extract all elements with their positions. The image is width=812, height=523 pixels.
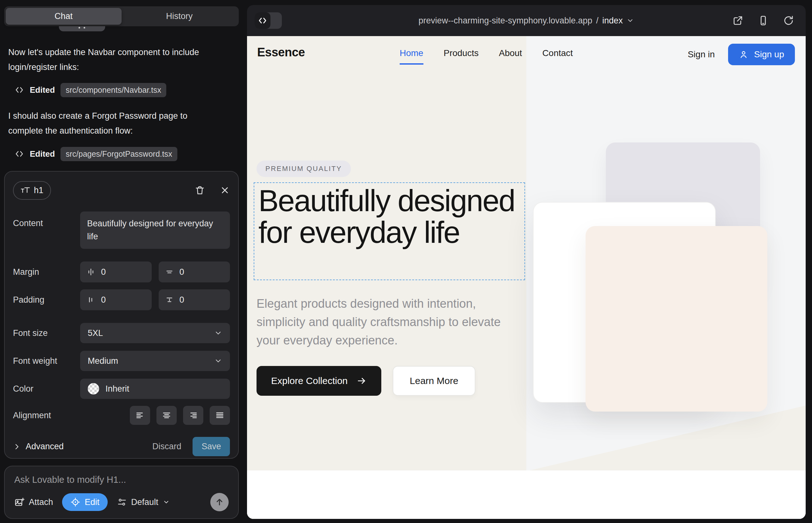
open-external-button[interactable] — [732, 15, 744, 26]
preview-topbar: preview--charming-site-symphony.lovable.… — [247, 5, 806, 36]
chevron-right-icon — [13, 443, 21, 451]
tab-chat[interactable]: Chat — [6, 8, 122, 25]
padding-vertical-icon — [165, 295, 174, 304]
element-editor-panel: h1 Content Beautifully designed for ever… — [4, 171, 239, 459]
site-navbar: Essence Home Products About Contact Sign… — [247, 36, 806, 73]
padding-label: Padding — [13, 295, 80, 305]
chevron-down-icon — [626, 17, 634, 24]
tab-history[interactable]: History — [122, 8, 237, 25]
nav-link-about[interactable]: About — [499, 48, 522, 65]
edit-mode-pill[interactable]: Edit — [62, 493, 108, 511]
hero-heading[interactable]: Beautifully designed for everyday life — [259, 185, 525, 248]
learn-more-button[interactable]: Learn More — [393, 366, 475, 396]
nav-link-contact[interactable]: Contact — [542, 48, 573, 65]
margin-horizontal-input[interactable]: 0 — [80, 262, 152, 283]
preview-domain: preview--charming-site-symphony.lovable.… — [419, 16, 593, 26]
chat-history-tabbar: Chat History — [4, 6, 239, 26]
mobile-view-button[interactable] — [758, 15, 769, 26]
transparent-color-swatch — [88, 383, 99, 395]
edited-label: Edited — [30, 149, 55, 159]
preview-page: index — [602, 16, 623, 26]
chevron-down-icon — [214, 357, 222, 365]
padding-vertical-input[interactable]: 0 — [159, 289, 230, 310]
site-viewport: Essence Home Products About Contact Sign… — [247, 36, 806, 519]
target-icon — [70, 497, 81, 507]
user-icon — [739, 50, 748, 59]
edited-file-row: Edited src/components/Navbar.tsx — [15, 83, 166, 97]
code-icon — [15, 85, 24, 95]
color-label: Color — [13, 384, 80, 394]
alignment-label: Alignment — [13, 411, 80, 420]
send-button[interactable] — [210, 493, 229, 511]
selected-element-pill: h1 — [13, 181, 51, 200]
content-label: Content — [13, 212, 80, 228]
edited-label: Edited — [30, 85, 55, 95]
premium-quality-badge: PREMIUM QUALITY — [257, 161, 351, 177]
margin-label: Margin — [13, 267, 80, 277]
nav-link-home[interactable]: Home — [400, 48, 423, 65]
scrolled-chip-fragment — [59, 26, 105, 31]
padding-horizontal-icon — [86, 295, 95, 304]
align-right-icon — [189, 411, 198, 420]
hero-paragraph: Elegant products designed with intention… — [257, 294, 516, 349]
color-select[interactable]: Inherit — [80, 379, 230, 399]
margin-vertical-icon — [165, 268, 174, 276]
align-left-icon — [135, 411, 145, 420]
save-button[interactable]: Save — [193, 437, 230, 456]
font-weight-select[interactable]: Medium — [80, 351, 230, 371]
attach-button[interactable]: Attach — [14, 497, 53, 507]
align-justify-icon — [215, 411, 225, 420]
composer-placeholder: Ask Lovable to modify H1... — [14, 474, 229, 485]
padding-horizontal-input[interactable]: 0 — [80, 289, 152, 310]
font-size-label: Font size — [13, 328, 80, 338]
delete-element-button[interactable] — [194, 185, 205, 196]
assistant-message: Now let's update the Navbar component to… — [8, 45, 221, 75]
edited-file-row: Edited src/pages/ForgotPassword.tsx — [15, 147, 177, 161]
arrow-up-icon — [215, 497, 224, 507]
font-size-select[interactable]: 5XL — [80, 323, 230, 343]
attach-image-icon — [14, 497, 24, 507]
code-icon — [15, 149, 24, 159]
content-textarea[interactable]: Beautifully designed for everyday life — [80, 212, 230, 249]
align-left-button[interactable] — [130, 406, 150, 425]
edited-file-chip[interactable]: src/pages/ForgotPassword.tsx — [60, 147, 177, 161]
preview-url-bar[interactable]: preview--charming-site-symphony.lovable.… — [247, 5, 806, 36]
signin-link[interactable]: Sign in — [688, 49, 715, 59]
align-justify-button[interactable] — [210, 406, 230, 425]
explore-collection-button[interactable]: Explore Collection — [257, 366, 381, 396]
site-logo[interactable]: Essence — [257, 46, 305, 59]
align-center-button[interactable] — [156, 406, 177, 425]
settings-sliders-icon — [117, 497, 127, 507]
refresh-button[interactable] — [783, 15, 794, 26]
hero-graphic-blush-card — [586, 226, 767, 412]
assistant-message: I should also create a Forgot Password p… — [8, 109, 221, 138]
align-center-icon — [162, 411, 171, 420]
nav-link-products[interactable]: Products — [444, 48, 479, 65]
arrow-right-icon — [357, 376, 367, 386]
align-right-button[interactable] — [183, 406, 203, 425]
advanced-toggle[interactable]: Advanced — [13, 441, 64, 451]
margin-vertical-input[interactable]: 0 — [159, 262, 230, 283]
chat-composer[interactable]: Ask Lovable to modify H1... Attach Edit … — [4, 466, 239, 519]
model-mode-select[interactable]: Default — [117, 497, 170, 507]
typography-icon — [21, 187, 30, 194]
signup-button[interactable]: Sign up — [728, 44, 795, 65]
edited-file-chip[interactable]: src/components/Navbar.tsx — [60, 83, 166, 97]
element-tag-label: h1 — [34, 185, 43, 195]
next-section — [247, 470, 806, 519]
app: { "chat": { "tab_chat": "Chat", "tab_his… — [0, 0, 812, 523]
preview-frame: preview--charming-site-symphony.lovable.… — [247, 5, 806, 519]
chevron-down-icon — [214, 329, 222, 337]
chevron-down-icon — [163, 499, 170, 506]
discard-button[interactable]: Discard — [152, 441, 181, 451]
close-panel-button[interactable] — [220, 185, 230, 195]
lovable-sidebar: Chat History Now let's update the Navbar… — [0, 0, 246, 523]
font-weight-label: Font weight — [13, 356, 80, 366]
margin-horizontal-icon — [86, 268, 95, 276]
